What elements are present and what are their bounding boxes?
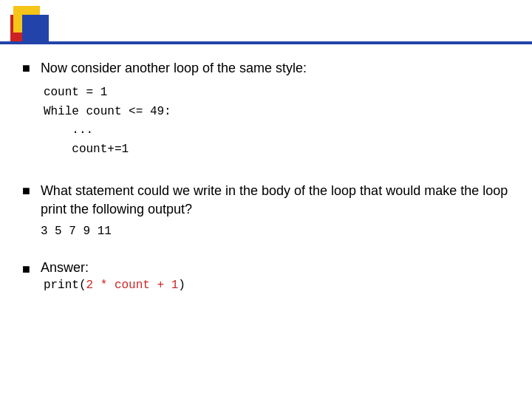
code-line-2: While count <= 49: [44,103,517,122]
bullet-1-content: Now consider another loop of the same st… [41,59,517,160]
bullet-item-2: ■ What statement could we write in the b… [22,182,517,238]
logo-blue-square [22,15,49,41]
bullet-3-marker: ■ [22,262,30,277]
bullet-1-code: count = 1 While count <= 49: ... count+=… [44,83,517,159]
bullet-2-marker: ■ [22,183,30,199]
bullet-3-text: Answer: [41,260,517,276]
print-close: ) [178,279,185,292]
bullet-2-text: What statement could we write in the bod… [41,182,517,219]
code-line-3: ... [44,121,517,140]
bullet-2-output: 3 5 7 9 11 [41,225,517,238]
print-keyword: print( [44,279,86,292]
bullet-3-code: print(2 * count + 1) [44,279,517,292]
bullet-1-text: Now consider another loop of the same st… [41,59,517,78]
bullet-3-content: Answer: print(2 * count + 1) [41,260,517,292]
bullet-2-content: What statement could we write in the bod… [41,182,517,238]
bullet-1-marker: ■ [22,61,30,76]
code-line-4: count+=1 [44,140,517,160]
logo-graphic [0,0,59,66]
main-content: ■ Now consider another loop of the same … [22,59,517,314]
code-line-1: count = 1 [44,83,517,103]
print-args: 2 * count + 1 [86,279,178,292]
logo-line [0,41,532,44]
bullet-item-1: ■ Now consider another loop of the same … [22,59,517,160]
bullet-item-3: ■ Answer: print(2 * count + 1) [22,260,517,292]
